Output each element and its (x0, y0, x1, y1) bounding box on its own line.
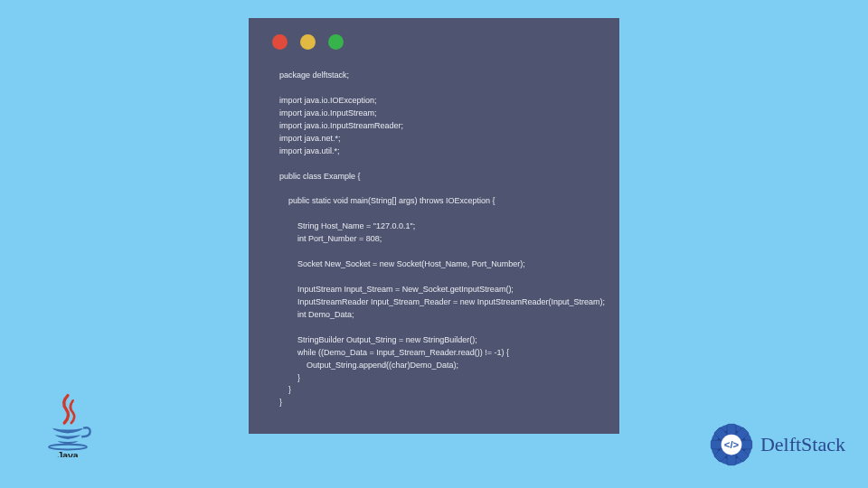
traffic-lights (272, 34, 599, 50)
maximize-icon (328, 34, 344, 50)
delftstack-logo: </> DelftStack (708, 421, 845, 468)
delftstack-label: DelftStack (760, 433, 845, 456)
java-logo-text: Java (57, 451, 78, 457)
code-block: package delftstack; import java.io.IOExc… (279, 70, 599, 409)
svg-point-0 (49, 445, 87, 450)
close-icon (272, 34, 288, 50)
code-window: package delftstack; import java.io.IOExc… (249, 18, 619, 434)
delftstack-icon: </> (708, 421, 755, 468)
java-logo: Java (41, 389, 99, 461)
minimize-icon (300, 34, 316, 50)
svg-text:</>: </> (724, 439, 740, 450)
